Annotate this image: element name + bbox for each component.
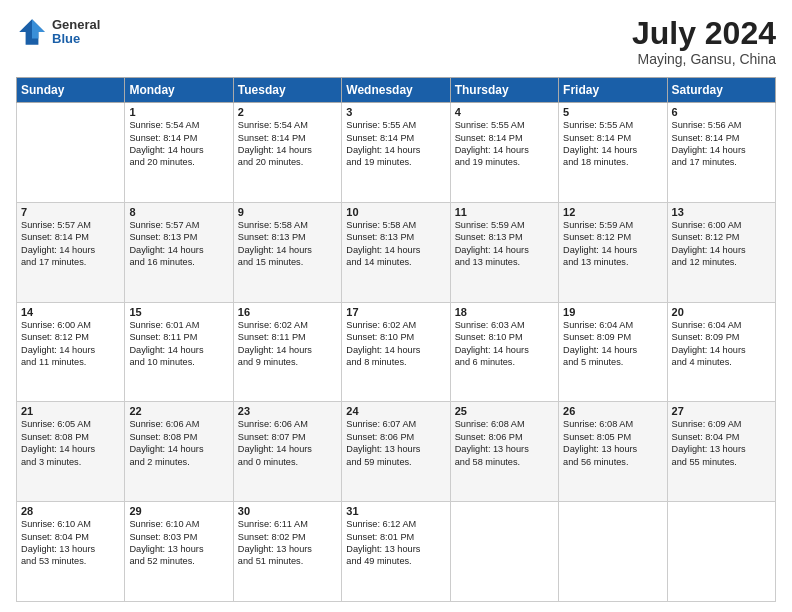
header-cell-friday: Friday [559, 78, 667, 103]
cell-line: Sunrise: 6:03 AM [455, 320, 525, 330]
cell-content: Sunrise: 6:11 AMSunset: 8:02 PMDaylight:… [238, 518, 337, 568]
cell-line: and 11 minutes. [21, 357, 86, 367]
cell-line: Daylight: 14 hours [238, 444, 312, 454]
cell-line: Sunset: 8:01 PM [346, 532, 414, 542]
calendar-cell: 23Sunrise: 6:06 AMSunset: 8:07 PMDayligh… [233, 402, 341, 502]
calendar-cell: 31Sunrise: 6:12 AMSunset: 8:01 PMDayligh… [342, 502, 450, 602]
calendar-cell: 8Sunrise: 5:57 AMSunset: 8:13 PMDaylight… [125, 202, 233, 302]
cell-line: and 3 minutes. [21, 457, 81, 467]
calendar-cell: 20Sunrise: 6:04 AMSunset: 8:09 PMDayligh… [667, 302, 775, 402]
calendar-cell: 27Sunrise: 6:09 AMSunset: 8:04 PMDayligh… [667, 402, 775, 502]
cell-content: Sunrise: 6:06 AMSunset: 8:07 PMDaylight:… [238, 418, 337, 468]
cell-line: Sunset: 8:06 PM [346, 432, 414, 442]
cell-line: Sunset: 8:03 PM [129, 532, 197, 542]
cell-line: Daylight: 14 hours [129, 444, 203, 454]
cell-content: Sunrise: 6:00 AMSunset: 8:12 PMDaylight:… [21, 319, 120, 369]
day-number: 3 [346, 106, 445, 118]
cell-line: Sunrise: 6:02 AM [238, 320, 308, 330]
cell-line: Daylight: 14 hours [672, 245, 746, 255]
calendar-cell: 11Sunrise: 5:59 AMSunset: 8:13 PMDayligh… [450, 202, 558, 302]
day-number: 29 [129, 505, 228, 517]
day-number: 24 [346, 405, 445, 417]
calendar-cell: 5Sunrise: 5:55 AMSunset: 8:14 PMDaylight… [559, 103, 667, 203]
cell-line: Sunset: 8:14 PM [346, 133, 414, 143]
cell-line: Daylight: 14 hours [346, 345, 420, 355]
calendar-cell: 28Sunrise: 6:10 AMSunset: 8:04 PMDayligh… [17, 502, 125, 602]
cell-line: Daylight: 14 hours [21, 345, 95, 355]
cell-line: and 51 minutes. [238, 556, 303, 566]
cell-line: Sunset: 8:09 PM [563, 332, 631, 342]
calendar-cell [667, 502, 775, 602]
cell-line: Sunset: 8:14 PM [238, 133, 306, 143]
cell-line: Sunrise: 5:56 AM [672, 120, 742, 130]
cell-line: and 55 minutes. [672, 457, 737, 467]
calendar-cell: 30Sunrise: 6:11 AMSunset: 8:02 PMDayligh… [233, 502, 341, 602]
cell-line: Daylight: 14 hours [563, 245, 637, 255]
cell-line: and 6 minutes. [455, 357, 515, 367]
day-number: 18 [455, 306, 554, 318]
calendar-cell: 26Sunrise: 6:08 AMSunset: 8:05 PMDayligh… [559, 402, 667, 502]
logo: General Blue [16, 16, 100, 48]
cell-content: Sunrise: 6:01 AMSunset: 8:11 PMDaylight:… [129, 319, 228, 369]
cell-content: Sunrise: 6:02 AMSunset: 8:10 PMDaylight:… [346, 319, 445, 369]
calendar-cell: 29Sunrise: 6:10 AMSunset: 8:03 PMDayligh… [125, 502, 233, 602]
cell-line: Sunset: 8:11 PM [129, 332, 197, 342]
cell-content: Sunrise: 6:04 AMSunset: 8:09 PMDaylight:… [563, 319, 662, 369]
calendar-cell: 24Sunrise: 6:07 AMSunset: 8:06 PMDayligh… [342, 402, 450, 502]
calendar-cell: 7Sunrise: 5:57 AMSunset: 8:14 PMDaylight… [17, 202, 125, 302]
cell-line: Daylight: 14 hours [672, 145, 746, 155]
header-cell-saturday: Saturday [667, 78, 775, 103]
calendar-cell: 15Sunrise: 6:01 AMSunset: 8:11 PMDayligh… [125, 302, 233, 402]
day-number: 7 [21, 206, 120, 218]
cell-line: Daylight: 14 hours [346, 145, 420, 155]
cell-content: Sunrise: 6:10 AMSunset: 8:04 PMDaylight:… [21, 518, 120, 568]
cell-line: Sunset: 8:08 PM [21, 432, 89, 442]
day-number: 16 [238, 306, 337, 318]
cell-line: and 17 minutes. [21, 257, 86, 267]
svg-marker-1 [32, 19, 45, 38]
cell-line: and 0 minutes. [238, 457, 298, 467]
calendar-cell: 18Sunrise: 6:03 AMSunset: 8:10 PMDayligh… [450, 302, 558, 402]
cell-content: Sunrise: 5:57 AMSunset: 8:14 PMDaylight:… [21, 219, 120, 269]
cell-line: Sunset: 8:10 PM [346, 332, 414, 342]
header-cell-thursday: Thursday [450, 78, 558, 103]
calendar-cell: 21Sunrise: 6:05 AMSunset: 8:08 PMDayligh… [17, 402, 125, 502]
cell-line: and 17 minutes. [672, 157, 737, 167]
cell-line: Sunrise: 5:54 AM [238, 120, 308, 130]
calendar-cell [450, 502, 558, 602]
calendar-cell [559, 502, 667, 602]
cell-line: Sunrise: 6:06 AM [238, 419, 308, 429]
cell-line: Daylight: 14 hours [129, 145, 203, 155]
cell-line: Sunset: 8:14 PM [129, 133, 197, 143]
cell-line: Sunrise: 6:00 AM [21, 320, 91, 330]
calendar-cell: 13Sunrise: 6:00 AMSunset: 8:12 PMDayligh… [667, 202, 775, 302]
cell-content: Sunrise: 6:09 AMSunset: 8:04 PMDaylight:… [672, 418, 771, 468]
cell-line: Sunrise: 5:59 AM [455, 220, 525, 230]
header-cell-tuesday: Tuesday [233, 78, 341, 103]
day-number: 8 [129, 206, 228, 218]
cell-line: Daylight: 14 hours [563, 145, 637, 155]
cell-line: Daylight: 13 hours [129, 544, 203, 554]
cell-line: Sunrise: 6:07 AM [346, 419, 416, 429]
logo-text: General Blue [52, 18, 100, 47]
cell-line: and 56 minutes. [563, 457, 628, 467]
logo-icon [16, 16, 48, 48]
day-number: 21 [21, 405, 120, 417]
cell-content: Sunrise: 6:08 AMSunset: 8:06 PMDaylight:… [455, 418, 554, 468]
cell-line: and 10 minutes. [129, 357, 194, 367]
day-number: 11 [455, 206, 554, 218]
day-number: 28 [21, 505, 120, 517]
title-area: July 2024 Maying, Gansu, China [632, 16, 776, 67]
cell-line: Sunset: 8:04 PM [21, 532, 89, 542]
cell-line: Daylight: 14 hours [129, 345, 203, 355]
cell-line: Sunset: 8:10 PM [455, 332, 523, 342]
cell-content: Sunrise: 6:03 AMSunset: 8:10 PMDaylight:… [455, 319, 554, 369]
cell-line: and 8 minutes. [346, 357, 406, 367]
cell-line: and 52 minutes. [129, 556, 194, 566]
cell-line: and 58 minutes. [455, 457, 520, 467]
cell-line: Sunrise: 5:55 AM [455, 120, 525, 130]
cell-line: Sunrise: 5:57 AM [21, 220, 91, 230]
cell-line: Sunset: 8:14 PM [455, 133, 523, 143]
cell-line: and 16 minutes. [129, 257, 194, 267]
header: General Blue July 2024 Maying, Gansu, Ch… [16, 16, 776, 67]
